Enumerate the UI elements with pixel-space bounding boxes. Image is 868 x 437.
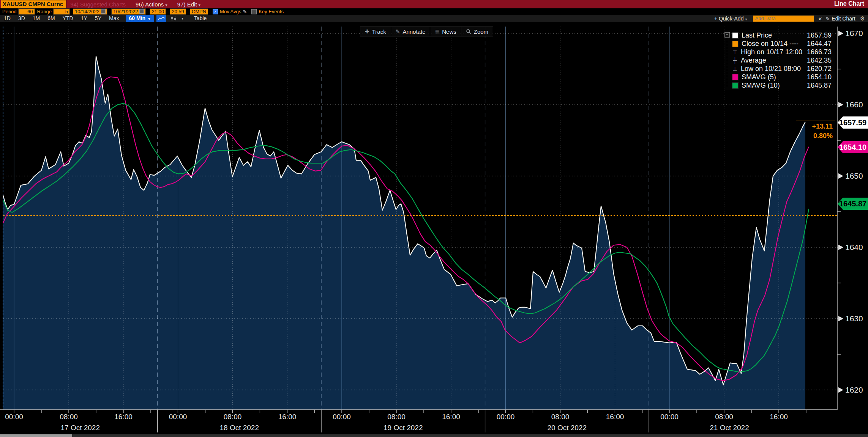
axis-arrow-icon (838, 31, 843, 36)
legend-marker-icon: ⊤ (732, 49, 738, 55)
price-axis-label: 1650 (845, 171, 863, 180)
pencil-icon[interactable]: ✎ (243, 9, 247, 14)
time-from-input[interactable]: 21:00 (150, 8, 166, 15)
gear-icon[interactable]: ⚙ (860, 15, 865, 22)
calendar-icon[interactable] (101, 9, 106, 14)
edit-menu[interactable]: 97) Edit▾ (177, 1, 200, 8)
price-badge: 1657.59 (838, 116, 868, 129)
quick-add-button[interactable]: + Quick-Add▾ (714, 16, 747, 22)
interval-dropdown[interactable]: 60 Min▼ (126, 15, 154, 22)
range-button-group: 1D3D1M6MYTD1Y5YMax (0, 15, 123, 22)
hour-axis-label: 08:00 (551, 413, 570, 421)
legend-row[interactable]: ⊥Low on 10/21 08:001620.72 (724, 64, 835, 73)
chart-legend: − Last Price1657.59Close on 10/14 ----16… (724, 30, 835, 90)
settings-bar: Period 60 Range 5 10/14/2022 - 10/21/202… (0, 8, 868, 15)
chart-overlay-toolbar: ✚Track ✎Annotate ≣News Zoom (360, 27, 493, 36)
range-button-5y[interactable]: 5Y (91, 15, 105, 22)
hour-axis-label: 00:00 (5, 413, 23, 421)
legend-row[interactable]: Last Price1657.59 (724, 31, 835, 39)
actions-menu[interactable]: 96) Actions▾ (136, 1, 167, 8)
range-button-ytd[interactable]: YTD (59, 15, 77, 22)
legend-marker-icon: ⊥ (732, 66, 738, 72)
chart-type-label: Line Chart (834, 0, 864, 7)
legend-row[interactable]: SMAVG (10)1645.87 (724, 81, 835, 90)
legend-row[interactable]: ⊤High on 10/17 12:001666.73 (724, 48, 835, 56)
news-button[interactable]: ≣News (430, 27, 461, 36)
chevron-down-icon: ▾ (165, 3, 167, 7)
hour-axis-label: 16:00 (278, 413, 297, 421)
line-chart-icon[interactable] (156, 15, 166, 22)
edit-chart-button[interactable]: ✎Edit Chart (825, 16, 855, 22)
date-axis-label: 21 Oct 2022 (710, 424, 749, 432)
range-input[interactable]: 5 (53, 8, 70, 15)
axis-arrow-icon (838, 387, 843, 393)
range-button-1d[interactable]: 1D (0, 15, 14, 22)
hour-axis-label: 16:00 (114, 413, 133, 421)
net-change-percent: 0.80% (796, 131, 833, 141)
legend-row[interactable]: Close on 10/14 ----1644.47 (724, 39, 835, 48)
suggested-charts-menu[interactable]: 94) Suggested Charts (70, 1, 126, 8)
hour-axis-label: 08:00 (60, 413, 78, 421)
legend-value: 1642.35 (807, 57, 835, 64)
price-badge: 1645.87 (838, 198, 868, 210)
chart-toolbar-row: 1D3D1M6MYTD1Y5YMax 60 Min▼ ▾ Table + Qui… (0, 15, 868, 22)
legend-row[interactable]: ┼Average1642.35 (724, 56, 835, 64)
price-axis-label: 1630 (845, 314, 863, 323)
price-badge: 1654.10 (838, 141, 868, 153)
price-axis-label: 1660 (845, 100, 863, 109)
legend-swatch-icon (732, 41, 739, 47)
hour-axis-label: 16:00 (606, 413, 624, 421)
table-button[interactable]: Table (190, 15, 210, 22)
pricing-source-button[interactable]: CMPN (190, 8, 208, 15)
collapse-panel-icon[interactable]: « (818, 15, 822, 22)
legend-label: SMAVG (10) (742, 82, 780, 90)
hour-axis-label: 08:00 (224, 413, 242, 421)
add-data-input[interactable] (753, 16, 814, 22)
chevron-down-icon: ▼ (147, 17, 151, 21)
legend-marker-icon: ┼ (732, 57, 738, 63)
annotate-button[interactable]: ✎Annotate (391, 27, 431, 36)
date-from-input[interactable]: 10/14/2022 (73, 8, 107, 15)
hour-axis-label: 16:00 (770, 413, 788, 421)
legend-value: 1666.73 (807, 48, 835, 56)
track-button[interactable]: ✚Track (360, 27, 391, 36)
candlestick-icon[interactable] (169, 15, 178, 22)
calendar-icon[interactable] (139, 9, 144, 14)
legend-label: Low on 10/21 08:00 (741, 65, 801, 73)
scrollbar-thumb[interactable] (0, 434, 72, 437)
price-axis-label: 1620 (845, 385, 863, 394)
date-axis-label: 19 Oct 2022 (383, 424, 423, 432)
hour-axis-label: 16:00 (442, 413, 460, 421)
range-button-1y[interactable]: 1Y (77, 15, 91, 22)
pencil-icon: ✎ (825, 16, 830, 22)
time-to-input[interactable]: 20:59 (170, 8, 186, 15)
annotate-pencil-icon: ✎ (396, 28, 400, 35)
chart-style-dropdown[interactable]: ▾ (181, 16, 183, 20)
legend-value: 1644.47 (807, 40, 835, 48)
hour-axis-label: 00:00 (660, 413, 679, 421)
hour-axis-label: 08:00 (387, 413, 406, 421)
legend-label: Last Price (742, 31, 772, 39)
legend-swatch-icon (732, 74, 739, 80)
range-label: Range (37, 9, 52, 14)
legend-label: Close on 10/14 ---- (742, 40, 799, 48)
mov-avgs-checkbox[interactable]: ✓ (213, 9, 218, 14)
date-to-input[interactable]: 10/21/2022 (111, 8, 146, 15)
range-button-6m[interactable]: 6M (44, 15, 58, 22)
period-input[interactable]: 60 (18, 8, 35, 15)
security-ticker[interactable]: XAUUSD CMPN Curnc (1, 0, 66, 9)
legend-row[interactable]: SMAVG (5)1654.10 (724, 73, 835, 81)
legend-value: 1620.72 (807, 65, 835, 73)
range-button-1m[interactable]: 1M (29, 15, 44, 22)
key-events-checkbox[interactable] (251, 9, 257, 14)
net-change-value: +13.11 (796, 122, 833, 131)
legend-swatch-icon (732, 32, 739, 39)
zoom-button[interactable]: Zoom (461, 27, 493, 36)
range-button-3d[interactable]: 3D (14, 15, 29, 22)
date-axis-label: 20 Oct 2022 (547, 424, 587, 432)
track-crosshair-icon: ✚ (365, 28, 369, 35)
legend-swatch-icon (732, 82, 739, 89)
range-button-max[interactable]: Max (105, 15, 123, 22)
hour-axis-label: 00:00 (333, 413, 351, 421)
horizontal-scrollbar[interactable] (0, 434, 868, 437)
